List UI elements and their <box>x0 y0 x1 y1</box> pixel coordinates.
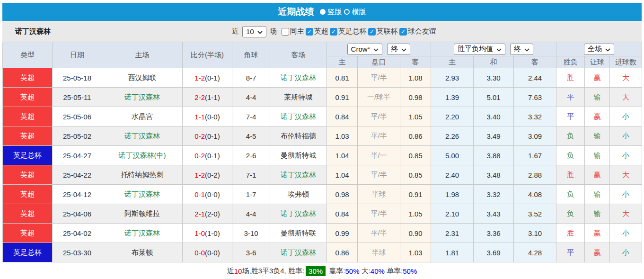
chevron-down-icon <box>373 45 379 53</box>
corners: 1-7 <box>232 185 270 204</box>
filter-checkbox-item[interactable]: 球会友谊 <box>399 27 436 36</box>
chevron-down-icon <box>524 45 529 53</box>
handicap-text: 平/半 <box>371 132 387 140</box>
filter-checkbox-label: 同主 <box>290 27 304 36</box>
avg-away: 7.63 <box>514 88 556 107</box>
odds-stage-select[interactable]: 终 <box>387 44 410 55</box>
filter-checkbox-item[interactable]: 英联杯 <box>368 27 398 36</box>
col-header-type: 类型 <box>3 42 53 68</box>
avg-stage-select[interactable]: 终 <box>510 44 533 55</box>
odds-stage-value: 终 <box>391 45 398 54</box>
checkbox-unchecked-icon[interactable] <box>282 28 289 36</box>
handicap: 平/半 <box>358 224 400 243</box>
checkbox-checked-icon[interactable] <box>368 28 376 36</box>
score-cell: 2-1(2-0) <box>183 204 232 224</box>
handicap: 平/半 <box>358 68 400 88</box>
odds-away: 1.03 <box>400 243 431 262</box>
layout-radio-selected[interactable]: 竖版 <box>320 8 342 17</box>
sub-col-header: 客 <box>514 56 556 68</box>
away-team: 曼彻斯特联 <box>270 224 327 243</box>
avg-type-value: 胜平负均值 <box>458 45 493 54</box>
avg-home: 2.93 <box>431 68 474 88</box>
result: 负 <box>556 146 585 165</box>
league-badge: 英超 <box>3 88 53 107</box>
odds-away: 0.98 <box>400 88 431 107</box>
handicap-result: 赢 <box>585 165 610 185</box>
goals-result: 小 <box>610 146 642 165</box>
handicap: 平/半 <box>358 204 400 224</box>
summary-text: 赢率: <box>327 267 345 276</box>
match-date: 25-05-18 <box>53 68 102 88</box>
odds-group-header: Crow* 终 <box>327 42 431 56</box>
score-cell: 0-0(0-0) <box>183 243 232 262</box>
halftime-score: (0-1) <box>205 132 220 140</box>
league-badge: 英超 <box>3 204 53 224</box>
handicap-result: 输 <box>585 88 610 107</box>
odds-home: 1.04 <box>327 165 358 185</box>
summary-text: 大: <box>360 267 371 276</box>
goals-result: 小 <box>610 185 642 204</box>
filter-checkbox-item[interactable]: 英超 <box>306 27 328 36</box>
match-date: 25-04-22 <box>53 165 102 185</box>
avg-away: 1.67 <box>514 146 556 165</box>
summary-text: 场,胜3平3负4, 胜率: <box>242 267 304 276</box>
avg-home: 2.26 <box>431 126 474 146</box>
handicap-result: 输 <box>585 204 610 224</box>
summary-text: 近 <box>227 267 234 276</box>
handicap-result: 输 <box>585 185 610 204</box>
table-row: 英足总杯25-04-27诺丁汉森林(中)0-2(0-1)2-6曼彻斯特城1.04… <box>3 146 642 165</box>
league-badge: 英超 <box>3 224 53 243</box>
handicap-result: 赢 <box>585 107 610 126</box>
away-team: 诺丁汉森林 <box>270 204 327 224</box>
filter-checkbox-item[interactable]: 同主 <box>282 27 304 36</box>
sub-col-header: 盘口 <box>358 56 400 68</box>
score-cell: 0-2(0-1) <box>183 126 232 146</box>
match-date: 25-04-12 <box>53 185 102 204</box>
fulltime-score: 2-1 <box>194 210 205 218</box>
scope-group-header: 全场 <box>556 42 642 56</box>
games-count-select[interactable]: 10 <box>242 26 266 37</box>
filter-checkbox-label: 英超 <box>314 27 328 36</box>
scope-value: 全场 <box>588 45 602 54</box>
match-date: 25-03-30 <box>53 243 102 262</box>
odds-company-select[interactable]: Crow* <box>347 44 383 55</box>
avg-away: 3.09 <box>514 126 556 146</box>
halftime-score: (0-0) <box>205 190 220 198</box>
layout-radio-option[interactable]: 横版 <box>344 8 366 17</box>
radio-icon[interactable] <box>344 9 350 15</box>
fulltime-score: 0-2 <box>194 152 205 160</box>
table-row: 英超25-05-06水晶宫1-1(0-0)7-4诺丁汉森林0.84平/半1.05… <box>3 107 642 126</box>
sub-col-header: 客 <box>400 56 431 68</box>
corners: 4-5 <box>232 126 270 146</box>
radio-icon[interactable] <box>320 9 326 15</box>
filter-checkbox-label: 球会友谊 <box>408 27 436 36</box>
match-date: 25-05-11 <box>53 88 102 107</box>
home-team: 托特纳姆热刺 <box>102 165 183 185</box>
checkbox-checked-icon[interactable] <box>399 28 407 36</box>
filter-checkbox-item[interactable]: 英足总杯 <box>330 27 367 36</box>
handicap-text: 半/一 <box>371 151 387 159</box>
checkbox-checked-icon[interactable] <box>330 28 337 36</box>
checkbox-checked-icon[interactable] <box>306 28 313 36</box>
league-badge: 英超 <box>3 126 53 146</box>
games-unit-label: 场 <box>270 27 277 36</box>
home-team: 诺丁汉森林 <box>102 185 183 204</box>
table-row: 英超25-04-02诺丁汉森林1-0(1-0)3-10曼彻斯特联0.99平/半0… <box>3 224 642 243</box>
handicap-text: 半球 <box>372 248 386 256</box>
score-cell: 0-2(0-1) <box>183 146 232 165</box>
table-row: 英超25-05-18西汉姆联1-2(0-1)8-7诺丁汉森林0.81平/半1.0… <box>3 68 642 88</box>
avg-type-select[interactable]: 胜平负均值 <box>454 44 505 55</box>
handicap: 平/半 <box>358 126 400 146</box>
col-header-corners: 角球 <box>232 42 270 68</box>
league-filter-group: 同主英超英足总杯英联杯球会友谊 <box>282 27 436 36</box>
scope-select[interactable]: 全场 <box>584 44 614 55</box>
avg-home: 5.00 <box>431 146 474 165</box>
avg-draw: 3.40 <box>474 107 514 126</box>
odds-company-value: Crow* <box>351 45 371 53</box>
sub-col-header: 主 <box>327 56 358 68</box>
corners: 4-4 <box>232 204 270 224</box>
summary-text: 10 <box>234 267 242 275</box>
result: 负 <box>556 185 585 204</box>
fulltime-score: 0-1 <box>194 190 205 198</box>
fulltime-score: 0-0 <box>194 249 205 257</box>
